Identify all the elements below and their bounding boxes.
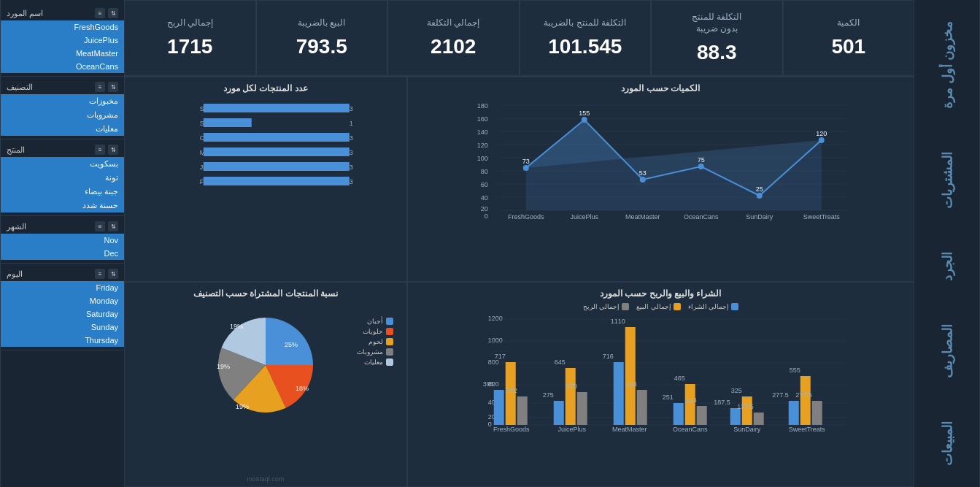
kpi-value-4: 793.5 [296,35,347,58]
kpi-title-1: التكلفة للمنتج بدون ضريبة [692,12,741,34]
classification-section: ⇅ ≡ التصنيف مخبوزات مشروبات معليات [1,77,124,139]
month-menu-icon[interactable]: ≡ [95,221,105,231]
grouped-bar-container: 1200 1000 800 600 400 200 0 [414,313,908,434]
svg-rect-54 [204,177,350,185]
sidebar-item-dec[interactable]: Dec [1,247,124,260]
sidebar-item-sunday[interactable]: Sunday [1,321,124,334]
grouped-bar-title: الشراء والبيع والربح حسب المورد [414,288,908,299]
nav-item-2[interactable]: الجرد [935,245,959,288]
nav-item-1[interactable]: المشتريات [935,145,959,216]
classification-filter-icon[interactable]: ⇅ [108,82,118,92]
svg-text:19%: 19% [230,323,243,330]
svg-rect-70 [493,390,503,425]
nav-item-0[interactable]: مخزون أول مرة [935,14,959,116]
sidebar-item-mashroobat[interactable]: مشروبات [1,108,124,122]
pie-legend: أجبان حلويات لحوم [357,318,393,366]
sidebar-item-biscuit[interactable]: بسكويت [1,157,124,171]
svg-text:SunDairy: SunDairy [733,426,761,433]
svg-text:1110: 1110 [610,318,625,325]
line-chart-container: 180 160 140 120 100 80 60 40 20 0 [414,98,908,222]
kpi-title-2: التكلفة للمنتج بالضريبة [544,18,626,29]
main-layout: مخزون أول مرةالمشترياتالجردالمصاريفالمبي… [0,0,980,487]
supplier-filter-icon[interactable]: ⇅ [108,8,118,18]
svg-text:80: 80 [480,168,487,175]
kpi-value-0: 501 [831,35,865,58]
kpi-card-3: إجمالي التكلفة2102 [387,0,520,76]
svg-text:19%: 19% [236,403,249,410]
svg-rect-99 [741,396,752,425]
sidebar-item-oceancans[interactable]: OceanCans [1,60,124,73]
svg-text:OceanCans: OceanCans [673,426,708,433]
product-filter-icon[interactable]: ⇅ [108,145,118,155]
month-title: الشهر [7,222,26,231]
svg-text:FreshGoods: FreshGoods [508,213,544,221]
svg-text:20: 20 [480,205,487,212]
day-header: ⇅ ≡ اليوم [1,266,124,281]
svg-text:SunDairy: SunDairy [746,213,773,221]
legend-profit-label: إجمالي الربح [583,303,620,310]
product-menu-icon[interactable]: ≡ [95,145,105,155]
legend-profit-dot [622,303,629,310]
svg-text:25%: 25% [285,341,298,348]
watermark: mostaql.com [247,475,284,483]
month-filter-icon[interactable]: ⇅ [108,221,118,231]
sidebar-item-jibna[interactable]: جبنة بيضاء [1,185,124,199]
svg-text:1200: 1200 [487,315,502,322]
hbar-chart-container: SweetTreats 3 SunDairy 1 OceanCans 3 [131,98,401,222]
kpi-card-1: التكلفة للمنتج بدون ضريبة88.3 [651,0,783,76]
day-filter-icon[interactable]: ⇅ [108,269,118,279]
legend-sale: إجمالي البيع [636,303,681,310]
svg-rect-92 [684,384,695,425]
sidebar-item-hasana[interactable]: حسنة شدد [1,199,124,212]
svg-text:322: 322 [506,387,517,394]
classification-header: ⇅ ≡ التصنيف [1,80,124,94]
sidebar-item-juiceplus[interactable]: JuicePlus [1,34,124,47]
svg-point-21 [581,117,587,123]
legend-purchase-dot [731,303,738,310]
sidebar-item-makhbozat[interactable]: مخبوزات [1,94,124,108]
sidebar-item-moaalbat[interactable]: معليات [1,122,124,136]
hbar-chart-panel: عدد المنتجات لكل مورد SweetTreats 3 SunD… [124,77,407,282]
svg-text:0: 0 [487,421,491,428]
pie-chart-container: 25% 18% 19% 19% 19% أجبان [131,303,401,427]
month-section: ⇅ ≡ الشهر Nov Dec [1,216,124,264]
kpi-value-5: 1715 [167,35,212,58]
svg-text:275: 275 [542,391,553,399]
svg-text:325: 325 [730,387,741,394]
svg-text:3: 3 [350,105,353,112]
nav-item-3[interactable]: المصاريف [935,317,959,386]
legend-moaalbat: معليات [357,358,393,366]
nav-item-4[interactable]: المبيعات [935,414,959,473]
sidebar-item-saturday[interactable]: Saturday [1,307,124,321]
sidebar-item-nov[interactable]: Nov [1,234,124,247]
svg-text:53: 53 [638,169,646,177]
svg-text:40: 40 [480,194,487,202]
grouped-bar-panel: الشراء والبيع والربح حسب المورد إجمالي ا… [407,282,914,487]
supplier-title: اسم المورد [7,9,43,18]
svg-text:75: 75 [697,156,704,164]
day-section: ⇅ ≡ اليوم Friday Monday Saturday Sunday … [1,264,124,350]
classification-title: التصنيف [7,83,33,92]
svg-text:187.5: 187.5 [714,399,730,406]
kpi-card-2: التكلفة للمنتج بالضريبة101.545 [520,0,652,76]
svg-rect-86 [636,390,647,425]
right-sidebar: ⇅ ≡ اسم المورد FreshGoods JuicePlus Meat… [0,0,124,487]
classification-menu-icon[interactable]: ≡ [95,82,105,92]
sidebar-item-monday[interactable]: Monday [1,294,124,307]
sidebar-item-friday[interactable]: Friday [1,281,124,294]
svg-text:3: 3 [350,178,353,185]
sidebar-item-meatmaster[interactable]: MeatMaster [1,47,124,60]
svg-rect-79 [576,392,587,425]
svg-text:180: 180 [477,102,487,110]
supplier-menu-icon[interactable]: ≡ [95,8,105,18]
hbar-chart-title: عدد المنتجات لكل مورد [131,83,401,93]
day-menu-icon[interactable]: ≡ [95,269,105,279]
charts-row-bottom: الشراء والبيع والربح حسب المورد إجمالي ا… [124,282,914,487]
svg-text:60: 60 [480,181,487,188]
svg-rect-48 [204,147,350,156]
svg-text:73: 73 [522,158,529,165]
sidebar-item-tuna[interactable]: تونة [1,171,124,185]
sidebar-item-thursday[interactable]: Thursday [1,334,124,347]
sidebar-item-freshgoods[interactable]: FreshGoods [1,20,124,34]
svg-text:25: 25 [755,185,763,193]
